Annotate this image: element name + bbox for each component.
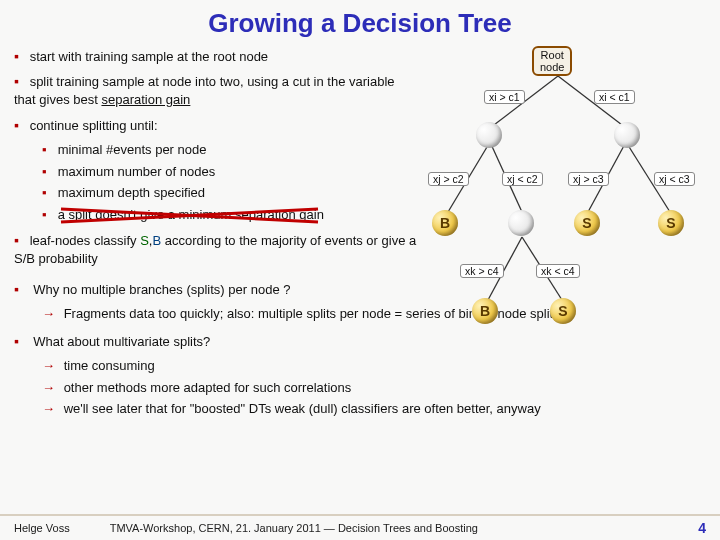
sub-min-events: ▪ minimal #events per node — [42, 141, 442, 159]
cut-c3r: xj < c3 — [654, 172, 695, 186]
cut-c2r: xj < c2 — [502, 172, 543, 186]
tree-internal-node — [508, 210, 534, 236]
leaf-b: B — [472, 298, 498, 324]
bullet-split: ▪ split training sample at node into two… — [14, 72, 419, 108]
footer-author: Helge Voss — [14, 522, 70, 534]
cut-c1r: xi < c1 — [594, 90, 635, 104]
leaf-s: S — [658, 210, 684, 236]
sub-max-nodes: ▪ maximum number of nodes — [42, 163, 442, 181]
footer: Helge Voss TMVA-Workshop, CERN, 21. Janu… — [0, 514, 720, 536]
answer-q2-2: → other methods more adapted for such co… — [42, 379, 706, 397]
cut-c3l: xj > c3 — [568, 172, 609, 186]
cut-c4l: xk > c4 — [460, 264, 504, 278]
cut-c1l: xi > c1 — [484, 90, 525, 104]
tree-root-node: Root node — [532, 46, 572, 76]
leaf-s: S — [574, 210, 600, 236]
bullet-leaf: ▪ leaf-nodes classify S,B according to t… — [14, 231, 419, 267]
leaf-b: B — [432, 210, 458, 236]
tree-diagram: Root node xi > c1 xi < c1 xj > c2 xj < c… — [410, 42, 712, 362]
cut-c2l: xj > c2 — [428, 172, 469, 186]
bullet-continue: ▪ continue splitting until: — [14, 116, 419, 135]
answer-q2-3: → we'll see later that for "boosted" DTs… — [42, 400, 706, 418]
sub-max-depth: ▪ maximum depth specified — [42, 184, 442, 202]
page-title: Growing a Decision Tree — [0, 0, 720, 39]
footer-venue: TMVA-Workshop, CERN, 21. January 2011 ― … — [110, 522, 478, 534]
cut-c4r: xk < c4 — [536, 264, 580, 278]
page-number: 4 — [698, 520, 706, 536]
sub-no-gain: ▪ a split doesn't give a minimum separat… — [42, 206, 442, 224]
tree-internal-node — [614, 122, 640, 148]
bullet-start: ▪ start with training sample at the root… — [14, 47, 419, 66]
tree-internal-node — [476, 122, 502, 148]
leaf-s: S — [550, 298, 576, 324]
